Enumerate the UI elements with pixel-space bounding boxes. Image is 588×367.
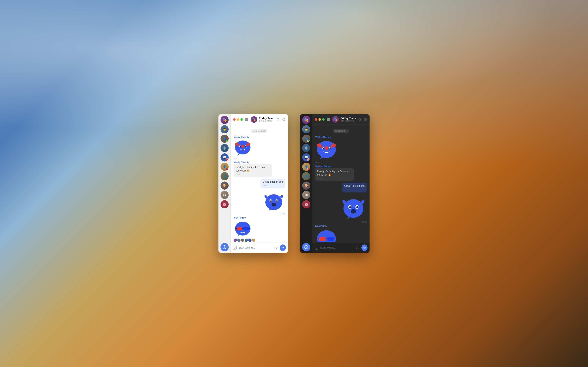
sender-vitaliy-light: Vitaliy Cherniy	[233, 136, 249, 138]
sidebar-dark-item-8[interactable]: 🎨	[302, 182, 310, 190]
sticker-love-svg	[233, 139, 252, 157]
emoji-button-light[interactable]	[233, 246, 237, 250]
compose-button-dark[interactable]	[302, 243, 310, 251]
windows-container: 🎭 👨 👤 9 ⚙️ 💬 1 👤 1 👤	[0, 0, 588, 367]
svg-rect-55	[334, 238, 336, 239]
svg-point-28	[234, 247, 234, 248]
maximize-btn-dark[interactable]	[322, 118, 325, 121]
svg-point-13	[265, 194, 282, 210]
sidebar-item-3[interactable]: 👤 9	[221, 134, 229, 143]
sidebar-dark-item-9[interactable]: EN	[302, 191, 310, 199]
close-btn-dark[interactable]	[315, 118, 317, 121]
msg-sticker-blue-dark: 16:40	[315, 194, 367, 223]
chat-title-light: Friday Team	[259, 117, 277, 120]
chat-main-dark: 🎭 Friday Team 3 of 6 is online	[312, 114, 370, 253]
msg-sticker-glasses-light: Ivan Petrov	[233, 217, 285, 242]
sticker-blue-svg-dark	[340, 194, 367, 221]
light-chat-window: 🎭 👨 👤 9 ⚙️ 💬 1 👤 1 👤	[218, 114, 288, 253]
sidebar-dark-item-5[interactable]: 💬 1	[302, 153, 310, 161]
maximize-btn[interactable]	[241, 118, 243, 121]
chat-status-dark: 3 of 6 is online	[341, 120, 358, 122]
badge-dark-6: 1	[307, 168, 310, 171]
menu-button-light[interactable]	[244, 117, 249, 122]
svg-rect-51	[319, 237, 326, 241]
sticker-glasses-svg-dark	[315, 227, 338, 242]
close-btn[interactable]	[233, 118, 236, 121]
sidebar-light: 🎭 👨 👤 9 ⚙️ 💬 1 👤 1 👤	[218, 114, 231, 253]
sidebar-item-2[interactable]: 👨	[221, 125, 229, 133]
info-button-dark[interactable]	[364, 118, 367, 121]
compose-button-light[interactable]	[221, 243, 229, 251]
svg-point-29	[235, 247, 236, 248]
badge-5: 1	[226, 158, 228, 161]
chat-status-light: 3 of 6 is online	[259, 120, 277, 122]
msg-sticker-love-light: Vitaliy Cherniy	[233, 136, 285, 159]
search-button-light[interactable]	[277, 118, 280, 121]
msg-text-sent-dark: Great! I get off at 6 16:40	[315, 183, 367, 192]
sidebar-dark-item-6[interactable]: 👤 1	[302, 163, 310, 171]
svg-point-42	[343, 199, 363, 217]
title-actions-light	[277, 118, 285, 121]
msg-sticker-glasses-dark: Ivan Petrov	[315, 225, 367, 242]
msg-text-vitaliy-light: Vitaliy Cherniy Finally it's Friday! Let…	[233, 161, 285, 177]
sidebar-dark-item-2[interactable]: 👨	[302, 125, 310, 133]
svg-point-31	[306, 247, 307, 248]
traffic-lights-dark	[315, 118, 325, 121]
group-avatar-dark: 🎭	[332, 116, 339, 123]
minimize-btn[interactable]	[237, 118, 239, 121]
svg-rect-53	[326, 238, 328, 239]
messages-area-dark: 8 September Vitaliy Cherniy	[312, 125, 370, 242]
chat-title-dark: Friday Team	[341, 117, 358, 120]
badge-dark-5: 1	[307, 158, 310, 161]
message-input-light[interactable]	[238, 246, 273, 249]
svg-point-17	[270, 200, 272, 202]
msg-sticker-love-dark: Vitaliy Cherniy 16:40	[315, 136, 367, 164]
svg-rect-56	[315, 246, 318, 249]
sidebar-item-5[interactable]: 💬 1	[221, 153, 229, 161]
svg-line-33	[360, 120, 361, 121]
sidebar-item-10[interactable]: 🌸	[221, 200, 229, 208]
participants-row-light	[233, 239, 255, 242]
svg-point-47	[356, 206, 358, 208]
sticker-love-svg-dark	[315, 139, 338, 161]
message-input-dark[interactable]	[320, 246, 355, 249]
svg-rect-22	[237, 227, 242, 230]
msg-text-sent-light: Great! I get off at 6 16:40	[233, 179, 285, 188]
dark-chat-window: 🎭 👨 👤 9 ⚙️ 💬 1 👤 1 👤	[300, 114, 370, 253]
svg-rect-54	[318, 238, 319, 239]
sidebar-item-6[interactable]: 👤 1	[221, 163, 229, 171]
svg-point-57	[316, 247, 316, 248]
attachment-button-dark[interactable]	[356, 246, 360, 250]
svg-rect-24	[242, 228, 243, 229]
messages-area-light: 8 September Vitaliy Cherniy	[231, 125, 288, 242]
svg-point-19	[272, 203, 276, 206]
minimize-btn-dark[interactable]	[319, 118, 321, 121]
sidebar-item-8[interactable]: 🎨	[221, 182, 229, 190]
sidebar-dark-item-4[interactable]: ⚙️	[302, 144, 310, 152]
sidebar-dark-item-7[interactable]: 👤	[302, 172, 310, 180]
date-divider-dark: 8 September	[315, 129, 367, 133]
input-bar-dark	[312, 242, 370, 253]
sidebar-item-9[interactable]: EN	[221, 191, 229, 199]
chat-main-light: 🎭 Friday Team 3 of 6 is online	[231, 114, 288, 253]
title-info-dark: Friday Team 3 of 6 is online	[341, 117, 358, 122]
sidebar-dark-item-1[interactable]: 🎭	[302, 116, 310, 124]
emoji-button-dark[interactable]	[314, 246, 319, 250]
sidebar-item-7[interactable]: 👤	[221, 172, 229, 180]
send-button-dark[interactable]	[361, 244, 367, 251]
sidebar-item-1[interactable]: 🎭	[221, 116, 229, 124]
msg-sticker-blue-light: 16:40	[233, 190, 285, 215]
svg-point-6	[284, 119, 284, 119]
sidebar-dark-item-3[interactable]: 👤 9	[302, 134, 310, 143]
send-button-light[interactable]	[280, 244, 286, 251]
svg-rect-52	[327, 237, 334, 241]
sidebar-dark-item-10[interactable]: 🌸	[302, 200, 310, 208]
svg-rect-23	[243, 227, 249, 230]
search-button-dark[interactable]	[358, 118, 361, 121]
attachment-button-light[interactable]	[274, 246, 278, 250]
svg-point-48	[351, 209, 356, 213]
sidebar-item-4[interactable]: ⚙️	[221, 144, 229, 152]
menu-button-dark[interactable]	[326, 117, 331, 122]
traffic-lights-light	[233, 118, 243, 121]
info-button-light[interactable]	[282, 118, 285, 121]
